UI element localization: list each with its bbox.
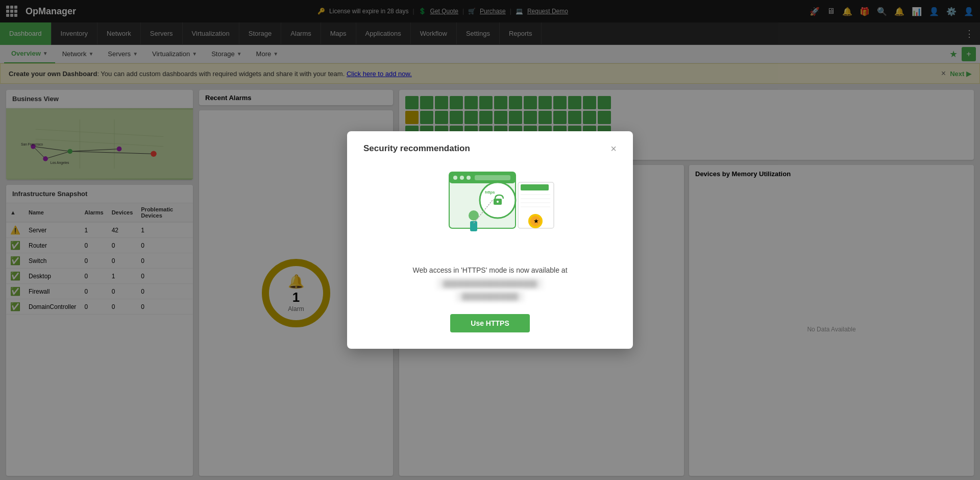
use-https-button[interactable]: Use HTTPS	[450, 314, 529, 332]
https-illustration-svg: https ★	[419, 162, 561, 254]
modal-blurred-url1: ████████████████████	[437, 278, 543, 289]
svg-point-20	[453, 176, 457, 180]
svg-point-21	[460, 176, 464, 180]
svg-text:★: ★	[533, 218, 539, 225]
modal-title: Security recommendation	[363, 143, 470, 154]
modal-blurred-url2: ████████████	[456, 291, 525, 302]
modal-body-text: Web access in 'HTTPS' mode is now availa…	[363, 266, 617, 274]
svg-rect-29	[521, 184, 549, 190]
modal-overlay[interactable]: Security recommendation × https	[0, 0, 980, 480]
svg-point-22	[467, 176, 471, 180]
security-recommendation-modal: Security recommendation × https	[347, 131, 633, 349]
svg-point-26	[497, 201, 499, 203]
modal-url-wrap: ████████████████████ ████████████	[363, 278, 617, 302]
modal-close-button[interactable]: ×	[610, 143, 617, 154]
svg-rect-23	[475, 175, 510, 180]
svg-text:https: https	[485, 190, 495, 195]
modal-header: Security recommendation ×	[363, 143, 617, 154]
modal-illustration: https ★	[363, 162, 617, 254]
